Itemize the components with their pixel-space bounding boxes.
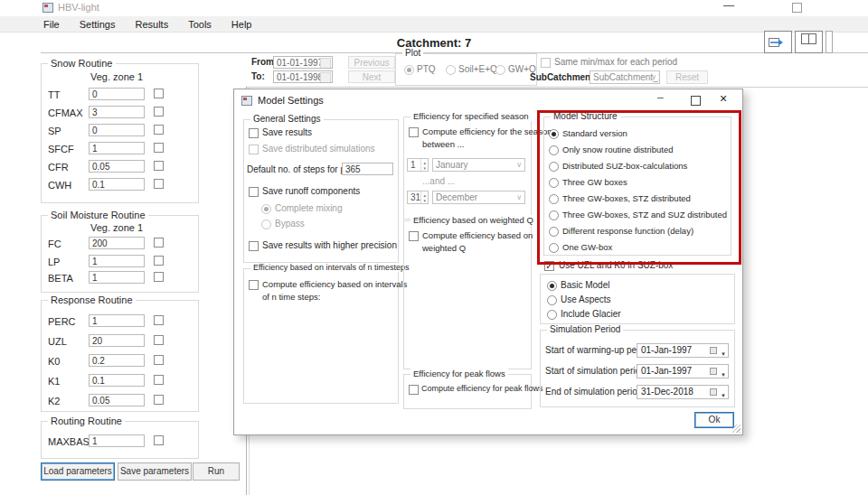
param-input-fc[interactable]: 200 — [89, 237, 145, 249]
param-checkbox-k2[interactable] — [154, 395, 164, 405]
param-input-perc[interactable]: 1 — [89, 314, 145, 327]
param-checkbox-uzl[interactable] — [154, 335, 164, 345]
param-input-k0[interactable]: 0.2 — [89, 354, 145, 367]
load-parameters-button[interactable]: Load parameters — [41, 462, 115, 481]
subcatchment-dropdown[interactable]: SubCatchment_1 — [590, 70, 660, 84]
param-input-cwh[interactable]: 0.1 — [89, 178, 145, 191]
window-title: HBV-light — [58, 2, 99, 13]
param-checkbox-tt[interactable] — [154, 89, 164, 98]
param-label-maxbas: MAXBAS — [48, 436, 90, 447]
radio-gw-q[interactable] — [495, 65, 505, 75]
radio-soil-e-q[interactable] — [446, 65, 456, 75]
save-parameters-button[interactable]: Save parameters — [118, 462, 192, 481]
param-checkbox-fc[interactable] — [154, 238, 164, 248]
structure-radio-standard[interactable] — [549, 129, 559, 139]
efficiency-weighted-checkbox[interactable] — [409, 231, 419, 241]
structure-radio-three-gw-stz-suz[interactable] — [549, 210, 559, 220]
menu-results[interactable]: Results — [135, 19, 168, 30]
efficiency-season-label-1: Compute efficiency for the season — [422, 126, 552, 136]
structure-label-standard: Standard version — [562, 128, 627, 138]
param-input-uzl[interactable]: 20 — [89, 334, 145, 347]
param-checkbox-k1[interactable] — [154, 375, 164, 385]
complete-mixing-radio[interactable] — [261, 204, 271, 214]
save-distributed-checkbox[interactable] — [249, 145, 259, 154]
sim-end-datepicker[interactable]: 31-Dec-2018 ▼ — [637, 385, 729, 399]
param-input-maxbas[interactable]: 1 — [89, 434, 145, 447]
efficiency-intervals-checkbox[interactable] — [249, 280, 259, 290]
efficiency-peak-checkbox[interactable] — [409, 385, 419, 395]
param-checkbox-cfmax[interactable] — [154, 107, 164, 117]
bypass-radio[interactable] — [261, 219, 271, 229]
structure-label-one-gw: One GW-box — [562, 242, 612, 252]
param-checkbox-sfcf[interactable] — [154, 143, 164, 153]
partial-toolbar-button[interactable] — [826, 31, 833, 53]
menu-file[interactable]: File — [43, 19, 60, 30]
pan-arrow-button[interactable] — [764, 31, 792, 53]
maximize-icon[interactable] — [792, 3, 802, 13]
menu-help[interactable]: Help — [231, 19, 252, 30]
default-steps-input[interactable]: 365 — [342, 163, 393, 175]
minimize-icon[interactable]: — — [723, 0, 734, 12]
param-checkbox-sp[interactable] — [154, 125, 164, 135]
param-input-tt[interactable]: 0 — [89, 88, 145, 100]
param-label-cfmax: CFMAX — [48, 107, 83, 118]
menu-tools[interactable]: Tools — [188, 19, 212, 30]
structure-radio-snow-distributed[interactable] — [549, 145, 559, 155]
from-date-input[interactable]: 01-01-1997 — [273, 56, 333, 69]
to-date-input[interactable]: 01-01-1998 — [273, 70, 333, 83]
structure-radio-delay[interactable] — [549, 227, 559, 237]
structure-radio-one-gw[interactable] — [549, 243, 559, 253]
param-input-k2[interactable]: 0.05 — [89, 394, 145, 406]
previous-button[interactable]: Previous — [348, 56, 395, 69]
ok-button[interactable]: Ok — [694, 412, 734, 428]
param-checkbox-lp[interactable] — [154, 256, 164, 266]
param-input-beta[interactable]: 1 — [89, 271, 145, 284]
structure-radio-suz-box[interactable] — [549, 162, 559, 172]
higher-precision-checkbox[interactable] — [249, 241, 259, 251]
structure-radio-three-gw-stz[interactable] — [549, 194, 559, 204]
season-day-to-spinner[interactable]: 31 — [407, 191, 429, 204]
from-date-picker-button[interactable] — [320, 58, 331, 69]
efficiency-intervals-label-2: of n time steps: — [262, 292, 320, 302]
next-button[interactable]: Next — [348, 70, 395, 83]
split-view-button[interactable] — [795, 31, 823, 53]
param-checkbox-maxbas[interactable] — [154, 435, 164, 445]
param-checkbox-beta[interactable] — [154, 272, 164, 282]
include-glacier-radio[interactable] — [547, 310, 557, 320]
param-input-k1[interactable]: 0.1 — [89, 374, 145, 387]
structure-radio-three-gw[interactable] — [549, 178, 559, 188]
uzl-k0-checkbox[interactable] — [544, 261, 554, 271]
season-day-from-spinner[interactable]: 1 — [407, 158, 429, 172]
structure-label-three-gw-stz: Three GW-boxes, STZ distributed — [562, 193, 691, 203]
param-input-cfmax[interactable]: 3 — [89, 106, 145, 118]
param-input-lp[interactable]: 1 — [89, 255, 145, 267]
save-results-checkbox[interactable] — [249, 128, 259, 138]
dialog-resize-grip[interactable] — [732, 425, 741, 433]
dialog-minimize-icon[interactable]: – — [657, 91, 664, 104]
season-month-from-dropdown[interactable]: January — [432, 158, 525, 172]
efficiency-season-checkbox[interactable] — [409, 127, 419, 137]
param-input-sfcf[interactable]: 1 — [89, 142, 145, 154]
sim-start-datepicker[interactable]: 01-Jan-1997 ▼ — [637, 364, 729, 378]
param-input-cfr[interactable]: 0.05 — [89, 160, 145, 173]
use-aspects-radio[interactable] — [547, 295, 557, 305]
dialog-close-icon[interactable]: × — [720, 91, 727, 106]
save-runoff-checkbox[interactable] — [249, 187, 259, 197]
same-minmax-checkbox[interactable] — [541, 58, 551, 68]
menu-settings[interactable]: Settings — [80, 19, 116, 30]
calendar-icon — [710, 368, 717, 375]
param-checkbox-perc[interactable] — [154, 315, 164, 325]
snow-veg-zone-label: Veg. zone 1 — [90, 71, 143, 82]
param-input-sp[interactable]: 0 — [89, 124, 145, 136]
param-checkbox-cwh[interactable] — [154, 179, 164, 189]
season-month-to-dropdown[interactable]: December — [432, 191, 525, 204]
param-checkbox-cfr[interactable] — [154, 161, 164, 171]
reset-button[interactable]: Reset — [666, 70, 708, 84]
to-date-picker-button[interactable] — [320, 72, 331, 83]
radio-ptq[interactable] — [404, 65, 414, 75]
warmup-period-datepicker[interactable]: 01-Jan-1997 ▼ — [637, 343, 729, 358]
param-checkbox-k0[interactable] — [154, 355, 164, 365]
run-button[interactable]: Run — [193, 462, 240, 481]
basic-model-radio[interactable] — [547, 281, 557, 291]
dialog-maximize-icon[interactable] — [691, 96, 701, 106]
